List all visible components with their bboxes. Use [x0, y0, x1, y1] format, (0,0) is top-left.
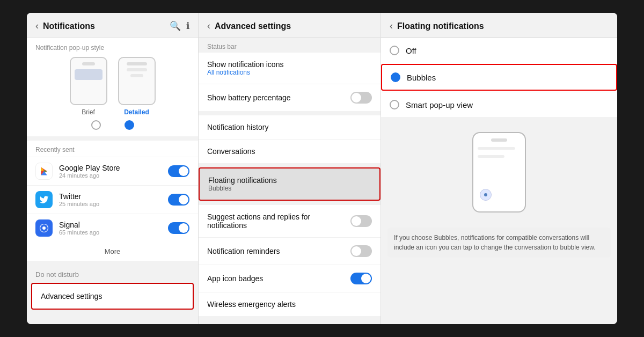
advanced-settings-title: Advanced settings [215, 21, 372, 31]
app-row-twitter[interactable]: Twitter 25 minutes ago [27, 185, 198, 214]
detailed-label: Detailed [124, 108, 149, 116]
show-battery-text: Show battery percentage [207, 93, 350, 102]
show-notification-icons-text: Show notification icons All notification… [207, 60, 372, 76]
suggest-actions-toggle[interactable] [350, 215, 372, 227]
recently-sent-label: Recently sent [27, 141, 198, 157]
notifications-content: Notification pop-up style Brief [27, 38, 198, 324]
app-icon-badges-toggle[interactable] [350, 273, 372, 284]
suggest-actions-title: Suggest actions and replies for notifica… [207, 213, 350, 230]
conversations-title: Conversations [207, 147, 372, 156]
twitter-name: Twitter [59, 192, 162, 201]
app-icon-badges-item[interactable]: App icon badges [199, 265, 380, 292]
popup-detailed: Detailed [118, 57, 156, 116]
wireless-emergency-item[interactable]: Wireless emergency alerts [199, 292, 380, 316]
floating-notifications-text: Floating notifications Bubbles [208, 176, 277, 192]
floating-header: ‹ Floating notifications [381, 13, 617, 38]
floating-options-group: Off Bubbles Smart pop-up view [381, 38, 617, 117]
adv-divider-3 [199, 201, 380, 205]
notification-reminders-title: Notification reminders [207, 247, 350, 255]
search-icon[interactable]: 🔍 [170, 20, 181, 32]
signal-toggle[interactable] [168, 222, 189, 234]
advanced-settings-panel: ‹ Advanced settings Status bar Show noti… [199, 13, 381, 324]
popup-style-label: Notification pop-up style [35, 44, 189, 52]
remaining-items-group: Suggest actions and replies for notifica… [199, 205, 380, 316]
brief-radio[interactable] [91, 120, 101, 130]
app-icon-badges-title: App icon badges [207, 274, 350, 283]
floating-content: Off Bubbles Smart pop-up view [381, 38, 617, 324]
adv-divider-1 [199, 111, 380, 115]
advanced-settings-content: Status bar Show notification icons All n… [199, 38, 380, 324]
notifications-header-icons: 🔍 ℹ [170, 20, 189, 32]
app-icon-badges-text: App icon badges [207, 274, 350, 283]
recently-sent-section: Recently sent Google Play Store 24 minut… [27, 141, 198, 261]
float-divider [381, 117, 617, 121]
notification-reminders-item[interactable]: Notification reminders [199, 237, 380, 265]
floating-bubbles-option[interactable]: Bubbles [381, 64, 617, 91]
signal-time: 65 minutes ago [59, 229, 162, 236]
preview-bar [491, 138, 507, 142]
floating-back-button[interactable]: ‹ [390, 20, 393, 32]
float-phone-preview [472, 132, 526, 213]
svg-point-1 [42, 226, 46, 230]
detailed-mock [118, 57, 156, 105]
conversations-text: Conversations [207, 147, 372, 156]
floating-bubbles-label: Bubbles [407, 73, 436, 82]
notifications-header: ‹ Notifications 🔍 ℹ [27, 13, 198, 38]
wireless-emergency-title: Wireless emergency alerts [207, 300, 372, 309]
notification-history-text: Notification history [207, 123, 372, 131]
notification-history-item[interactable]: Notification history [199, 115, 380, 139]
suggest-actions-item[interactable]: Suggest actions and replies for notifica… [199, 205, 380, 237]
floating-bubbles-radio[interactable] [391, 72, 400, 82]
advanced-settings-label: Advanced settings [41, 292, 102, 301]
popup-previews: Brief Detailed [35, 57, 189, 116]
mock-notif [75, 69, 103, 80]
play-store-time: 24 minutes ago [59, 172, 162, 179]
svg-point-2 [484, 193, 487, 196]
show-battery-item[interactable]: Show battery percentage [199, 84, 380, 111]
status-bar-group: Show notification icons All notification… [199, 53, 380, 111]
float-info-box: If you choose Bubbles, notifications for… [387, 228, 611, 258]
play-store-icon [35, 163, 53, 180]
detailed-radio[interactable] [125, 120, 134, 130]
show-notification-icons-item[interactable]: Show notification icons All notification… [199, 53, 380, 84]
conversations-item[interactable]: Conversations [199, 139, 380, 163]
notifications-back-button[interactable]: ‹ [35, 20, 39, 32]
play-store-toggle[interactable] [168, 165, 189, 177]
floating-off-option[interactable]: Off [381, 38, 617, 63]
twitter-info: Twitter 25 minutes ago [59, 192, 162, 207]
signal-name: Signal [59, 221, 162, 229]
app-row-signal[interactable]: Signal 65 minutes ago [27, 214, 198, 242]
show-notification-icons-title: Show notification icons [207, 60, 372, 69]
status-bar-label: Status bar [199, 38, 380, 53]
info-icon[interactable]: ℹ [186, 20, 189, 32]
mock-bar-1 [82, 62, 95, 65]
brief-label: Brief [82, 108, 95, 116]
floating-smartpopup-option[interactable]: Smart pop-up view [381, 92, 617, 117]
popup-brief: Brief [70, 57, 107, 116]
notification-reminders-text: Notification reminders [207, 247, 350, 255]
mock-bar-2 [127, 62, 147, 65]
floating-off-label: Off [406, 46, 416, 55]
more-button[interactable]: More [27, 242, 198, 261]
popup-radio-row [35, 120, 189, 130]
floating-title: Floating notifications [397, 21, 609, 31]
signal-info: Signal 65 minutes ago [59, 221, 162, 236]
popup-style-section: Notification pop-up style Brief [27, 38, 198, 136]
twitter-icon [35, 191, 53, 208]
show-battery-toggle[interactable] [350, 92, 372, 104]
floating-smartpopup-radio[interactable] [390, 100, 399, 109]
twitter-toggle[interactable] [168, 194, 189, 206]
dnd-section: Do not disturb [27, 265, 198, 281]
divider-1 [27, 136, 198, 141]
floating-off-radio[interactable] [390, 46, 399, 55]
advanced-back-button[interactable]: ‹ [207, 20, 210, 32]
notification-history-title: Notification history [207, 123, 372, 131]
advanced-settings-item[interactable]: Advanced settings [31, 283, 194, 310]
notifications-panel: ‹ Notifications 🔍 ℹ Notification pop-up … [27, 13, 199, 324]
show-battery-title: Show battery percentage [207, 93, 350, 102]
notification-reminders-toggle[interactable] [350, 245, 372, 257]
app-row-play[interactable]: Google Play Store 24 minutes ago [27, 157, 198, 185]
floating-notifications-item[interactable]: Floating notifications Bubbles [199, 167, 380, 201]
preview-bubble [480, 189, 492, 201]
floating-notifications-title: Floating notifications [208, 176, 277, 185]
